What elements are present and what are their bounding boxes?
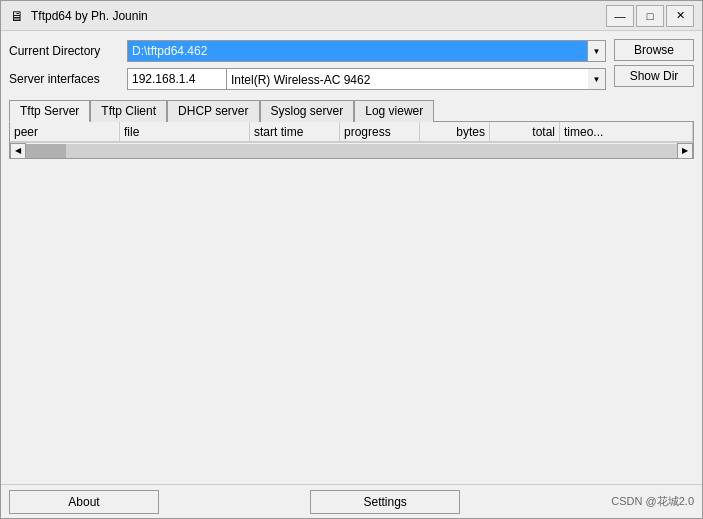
right-buttons: Browse Show Dir xyxy=(614,39,694,87)
app-icon: 🖥 xyxy=(9,8,25,24)
about-button[interactable]: About xyxy=(9,490,159,514)
col-header-bytes: bytes xyxy=(420,122,490,141)
tab-log-viewer[interactable]: Log viewer xyxy=(354,100,434,122)
browse-button[interactable]: Browse xyxy=(614,39,694,61)
current-directory-container: ▼ xyxy=(127,40,606,62)
tab-syslog-server[interactable]: Syslog server xyxy=(260,100,355,122)
tab-dhcp-server[interactable]: DHCP server xyxy=(167,100,259,122)
scrollbar-track[interactable] xyxy=(26,144,677,158)
current-directory-dropdown[interactable]: ▼ xyxy=(588,40,606,62)
horizontal-scrollbar[interactable]: ◀ ▶ xyxy=(10,142,693,158)
content-area: Current Directory ▼ Server interfaces In… xyxy=(1,31,702,484)
current-directory-input[interactable] xyxy=(127,40,588,62)
scrollbar-thumb[interactable] xyxy=(26,144,66,158)
top-form: Current Directory ▼ Server interfaces In… xyxy=(9,39,694,91)
server-interfaces-dropdown[interactable]: ▼ xyxy=(588,68,606,90)
server-interfaces-label: Server interfaces xyxy=(9,72,119,86)
tab-tftp-client[interactable]: Tftp Client xyxy=(90,100,167,122)
maximize-button[interactable]: □ xyxy=(636,5,664,27)
col-header-progress: progress xyxy=(340,122,420,141)
scroll-left-button[interactable]: ◀ xyxy=(10,143,26,159)
col-header-file: file xyxy=(120,122,250,141)
close-button[interactable]: ✕ xyxy=(666,5,694,27)
col-header-timeo: timeo... xyxy=(560,122,693,141)
main-window: 🖥 Tftpd64 by Ph. Jounin — □ ✕ Current Di… xyxy=(0,0,703,519)
server-interfaces-adapter: Intel(R) Wireless-AC 9462 xyxy=(227,68,588,90)
window-title: Tftpd64 by Ph. Jounin xyxy=(31,9,606,23)
server-interfaces-container: Intel(R) Wireless-AC 9462 ▼ xyxy=(127,68,606,90)
current-directory-label: Current Directory xyxy=(9,44,119,58)
title-bar: 🖥 Tftpd64 by Ph. Jounin — □ ✕ xyxy=(1,1,702,31)
col-header-total: total xyxy=(490,122,560,141)
settings-button[interactable]: Settings xyxy=(310,490,460,514)
bottom-info: CSDN @花城2.0 xyxy=(611,494,694,509)
table-header: peer file start time progress bytes tota… xyxy=(10,122,693,142)
current-directory-row: Current Directory ▼ xyxy=(9,39,606,63)
col-header-start-time: start time xyxy=(250,122,340,141)
bottom-bar: About Settings CSDN @花城2.0 xyxy=(1,484,702,518)
server-interfaces-row: Server interfaces Intel(R) Wireless-AC 9… xyxy=(9,67,606,91)
table-area: peer file start time progress bytes tota… xyxy=(9,122,694,159)
scroll-right-button[interactable]: ▶ xyxy=(677,143,693,159)
tab-tftp-server[interactable]: Tftp Server xyxy=(9,100,90,122)
tabs-container: Tftp Server Tftp Client DHCP server Sysl… xyxy=(9,99,694,159)
tabs-row: Tftp Server Tftp Client DHCP server Sysl… xyxy=(9,99,694,122)
show-dir-button[interactable]: Show Dir xyxy=(614,65,694,87)
title-bar-controls: — □ ✕ xyxy=(606,5,694,27)
minimize-button[interactable]: — xyxy=(606,5,634,27)
form-rows: Current Directory ▼ Server interfaces In… xyxy=(9,39,606,91)
col-header-peer: peer xyxy=(10,122,120,141)
server-interfaces-ip[interactable] xyxy=(127,68,227,90)
